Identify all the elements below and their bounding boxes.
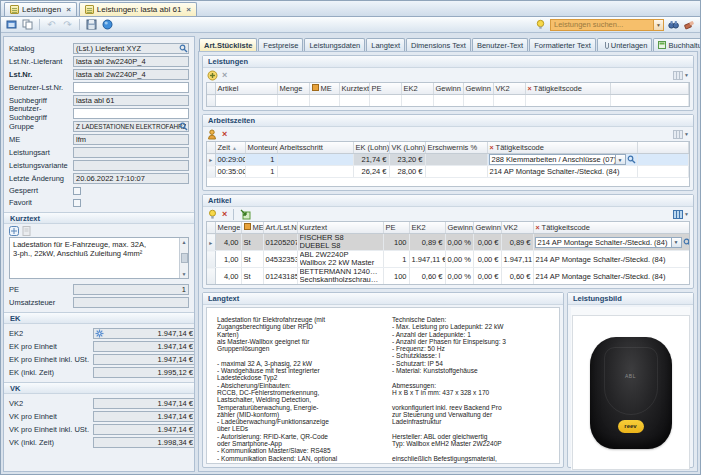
col-gewinn-pct[interactable]: Gewinn % (445, 222, 473, 234)
leistungsvariante-input[interactable] (73, 160, 189, 171)
col-monteure[interactable]: Monteure (245, 142, 277, 154)
gesperrt-checkbox[interactable] (73, 187, 81, 195)
import-artikel-icon[interactable] (240, 209, 251, 220)
col-kurztext[interactable]: Kurztext (339, 83, 369, 95)
suchbegriff-input[interactable] (73, 95, 189, 106)
ek-pro-einheit-input[interactable] (93, 341, 195, 352)
table-row[interactable]: ▸ 4,00 St 01205207 FISCHER S8 DUEBEL S8 … (207, 234, 690, 251)
col-vk2[interactable]: VK2 (501, 222, 533, 234)
benutzer-suchbegriff-input[interactable] (73, 108, 189, 119)
redo-icon[interactable]: ↷ (61, 18, 74, 31)
table-row[interactable]: 1,00 St 04532353 ABL 2W2240P Wallbox 22 … (207, 251, 690, 268)
clear-search-eraser-icon[interactable] (683, 18, 696, 31)
vk-pro-einheit-input[interactable] (93, 411, 195, 422)
window-view-button[interactable] (5, 18, 18, 31)
save-button[interactable] (85, 18, 98, 31)
col-ek2[interactable]: EK2 (401, 83, 433, 95)
add-worker-icon[interactable] (207, 129, 218, 140)
dropdown-icon[interactable]: ▼ (672, 237, 682, 248)
undo-icon[interactable]: ↶ (45, 18, 58, 31)
tab-art-stueckliste[interactable]: Art.Stückliste (199, 38, 257, 51)
umsatzsteuer-input[interactable] (73, 297, 189, 308)
tab-leistungsdaten[interactable]: Leistungsdaten (304, 38, 365, 51)
empty-row[interactable] (207, 95, 689, 107)
col-arbeitsschritt[interactable]: Arbeitsschritt (277, 142, 353, 154)
delete-leistung-icon[interactable]: × (222, 71, 227, 80)
search-dropdown-icon[interactable]: ▼ (654, 19, 664, 31)
column-chooser-icon[interactable] (673, 71, 683, 80)
chevron-down-icon[interactable]: ▼ (684, 72, 689, 78)
ek-pro-einheit-ust-input[interactable] (93, 354, 195, 365)
lstnr-input[interactable] (73, 69, 189, 80)
kurztext-scrollbar[interactable]: ▲ ▼ (179, 238, 188, 278)
product-image-frame[interactable]: ABL reev (572, 315, 690, 470)
lookup-icon[interactable] (627, 155, 636, 164)
col-pe[interactable]: PE (369, 83, 401, 95)
ek2-input[interactable] (93, 328, 195, 339)
table-row[interactable]: 4,00 St 01243185 BETTERMANN 12400 6x60 G… (207, 268, 690, 285)
gruppe-input[interactable] (73, 121, 189, 132)
table-row[interactable]: ▸ 00:29:00 1 21,74 € 23,20 € 288 Klemmar… (207, 154, 689, 166)
col-taetigkeitscode[interactable]: × Tätigkeitscode (487, 142, 637, 154)
chevron-down-icon[interactable]: ▼ (684, 131, 689, 137)
kurztext-value[interactable]: Ladestation für E-Fahrzeuge, max. 32A, 3… (10, 238, 179, 278)
copy-button[interactable] (21, 18, 34, 31)
column-chooser-icon[interactable] (673, 210, 683, 219)
hint-lightbulb-icon[interactable] (534, 18, 547, 31)
search-input[interactable] (550, 19, 654, 31)
tab-unterlagen[interactable]: Unterlagen (597, 38, 653, 51)
table-row[interactable]: 00:35:00 1 26,24 € 28,00 € 214 AP Montag… (207, 166, 689, 178)
lookup-icon[interactable] (178, 44, 188, 53)
tab-buchhaltungskonten[interactable]: Buchhaltungskonten (653, 38, 701, 51)
dropdown-icon[interactable]: ▼ (616, 154, 626, 165)
tab-langtext[interactable]: Langtext (366, 38, 405, 51)
lookup-icon[interactable] (178, 122, 188, 131)
col-ek2[interactable]: EK2 (409, 222, 445, 234)
tab-formatierter-text[interactable]: Formatierter Text (529, 38, 596, 51)
tab-dimensions-text[interactable]: Dimensions Text (406, 38, 471, 51)
col-me[interactable]: ME (241, 222, 263, 234)
tab-leistungen[interactable]: Leistungen × (4, 2, 77, 16)
delete-arbeitszeit-icon[interactable]: × (222, 130, 227, 139)
ek-inkl-zeit-input[interactable] (93, 367, 195, 378)
col-vk2[interactable]: VK2 (493, 83, 525, 95)
col-menge[interactable]: Menge (215, 222, 241, 234)
benutzer-lstnr-input[interactable] (73, 82, 189, 93)
lookup-icon[interactable] (683, 238, 691, 247)
col-art-lstnr[interactable]: Art./Lst.Nr. (263, 222, 297, 234)
gear-icon[interactable] (94, 329, 104, 338)
column-chooser-icon[interactable] (673, 130, 683, 139)
scroll-thumb[interactable] (181, 253, 188, 263)
col-pe[interactable]: PE (383, 222, 409, 234)
col-ek-lohn[interactable]: EK (Lohn) (353, 142, 389, 154)
binoculars-search-icon[interactable] (667, 18, 680, 31)
col-zeit[interactable]: Zeit▲ (215, 142, 245, 154)
col-gewinn[interactable]: Gewinn (463, 83, 493, 95)
col-taetigkeitscode[interactable]: × Tätigkeitscode (525, 83, 610, 95)
col-erschwernis[interactable]: Erschwernis % (425, 142, 487, 154)
taetigkeitscode-combo[interactable]: 288 Klemmarbeiten / Anschlüsse (07) ▼ (489, 154, 636, 165)
col-vk-lohn[interactable]: VK (Lohn) (389, 142, 425, 154)
langtext-editor[interactable]: Ladestation für Elektrofahrzeuge (mit Zu… (206, 307, 560, 464)
me-input[interactable] (73, 134, 189, 145)
col-kurztext[interactable]: Kurztext (297, 222, 383, 234)
refresh-icon[interactable] (101, 18, 114, 31)
col-menge[interactable]: Menge (277, 83, 309, 95)
vk2-input[interactable] (93, 398, 195, 409)
col-taetigkeitscode[interactable]: × Tätigkeitscode (533, 222, 690, 234)
katalog-input[interactable] (73, 43, 189, 54)
vk-inkl-zeit-input[interactable] (93, 437, 195, 448)
col-artikel[interactable]: Artikel (215, 83, 277, 95)
add-artikel-icon[interactable] (207, 209, 218, 220)
col-gewinn-pct[interactable]: Gewinn % (433, 83, 463, 95)
leistungsart-input[interactable] (73, 147, 189, 158)
delete-artikel-icon[interactable]: × (222, 210, 227, 219)
col-gewinn[interactable]: Gewinn (473, 222, 501, 234)
kurztext-editor[interactable]: Ladestation für E-Fahrzeuge, max. 32A, 3… (9, 237, 189, 279)
col-me[interactable]: ME (309, 83, 339, 95)
scroll-down-icon[interactable]: ▼ (182, 271, 187, 277)
close-icon[interactable]: × (66, 6, 71, 14)
taetigkeitscode-combo[interactable]: 214 AP Montage Schalter-/Steckd. (84) ▼ (535, 237, 691, 248)
tab-leistungen-lasta-abl-61[interactable]: Leistungen: lasta abl 61 × (79, 2, 197, 16)
add-leistung-icon[interactable] (207, 70, 218, 81)
